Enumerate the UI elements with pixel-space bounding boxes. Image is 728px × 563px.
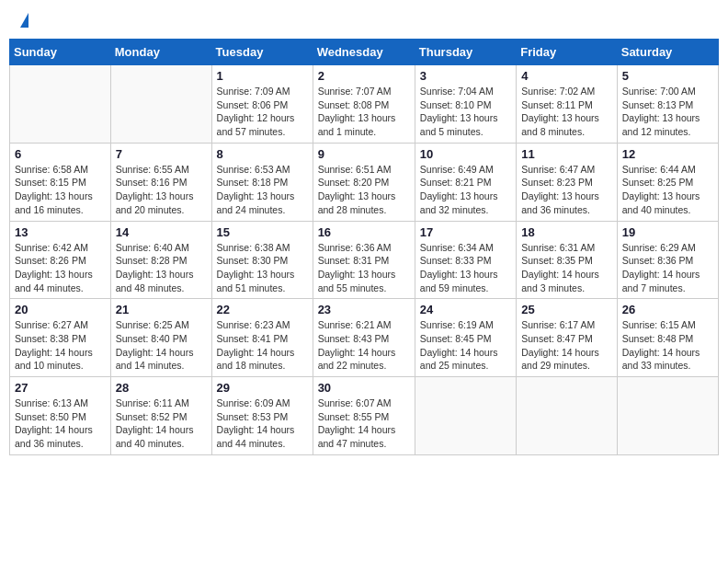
- day-number: 2: [318, 69, 410, 83]
- calendar-cell: 22Sunrise: 6:23 AMSunset: 8:41 PMDayligh…: [211, 299, 313, 377]
- day-number: 3: [420, 69, 511, 83]
- calendar-week-5: 27Sunrise: 6:13 AMSunset: 8:50 PMDayligh…: [10, 377, 719, 455]
- day-info: Sunrise: 6:07 AMSunset: 8:55 PMDaylight:…: [318, 396, 410, 451]
- day-number: 10: [420, 147, 511, 161]
- day-info: Sunrise: 6:11 AMSunset: 8:52 PMDaylight:…: [116, 396, 207, 451]
- calendar-cell: 24Sunrise: 6:19 AMSunset: 8:45 PMDayligh…: [415, 299, 516, 377]
- calendar-cell: [415, 377, 516, 455]
- day-number: 6: [15, 147, 106, 161]
- day-info: Sunrise: 7:02 AMSunset: 8:11 PMDaylight:…: [521, 85, 612, 139]
- day-number: 26: [622, 303, 713, 316]
- calendar-cell: 4Sunrise: 7:02 AMSunset: 8:11 PMDaylight…: [517, 65, 618, 144]
- day-info: Sunrise: 6:47 AMSunset: 8:23 PMDaylight:…: [521, 163, 612, 217]
- day-number: 19: [622, 225, 713, 239]
- calendar-week-1: 1Sunrise: 7:09 AMSunset: 8:06 PMDaylight…: [10, 65, 719, 144]
- calendar-cell: 14Sunrise: 6:40 AMSunset: 8:28 PMDayligh…: [110, 221, 211, 299]
- calendar-header-row: SundayMondayTuesdayWednesdayThursdayFrid…: [10, 40, 719, 65]
- day-number: 24: [420, 303, 511, 316]
- calendar-cell: 16Sunrise: 6:36 AMSunset: 8:31 PMDayligh…: [313, 221, 415, 299]
- day-number: 14: [116, 225, 207, 239]
- day-info: Sunrise: 6:13 AMSunset: 8:50 PMDaylight:…: [15, 396, 106, 451]
- day-number: 11: [521, 147, 612, 161]
- calendar-cell: 30Sunrise: 6:07 AMSunset: 8:55 PMDayligh…: [313, 377, 415, 455]
- page-header: [9, 9, 719, 31]
- calendar-cell: 18Sunrise: 6:31 AMSunset: 8:35 PMDayligh…: [517, 221, 618, 299]
- day-info: Sunrise: 6:34 AMSunset: 8:33 PMDaylight:…: [420, 241, 511, 295]
- calendar-cell: 19Sunrise: 6:29 AMSunset: 8:36 PMDayligh…: [617, 221, 718, 299]
- day-info: Sunrise: 6:38 AMSunset: 8:30 PMDaylight:…: [217, 241, 308, 295]
- day-number: 7: [116, 147, 207, 161]
- calendar-table: SundayMondayTuesdayWednesdayThursdayFrid…: [9, 39, 719, 455]
- day-info: Sunrise: 6:42 AMSunset: 8:26 PMDaylight:…: [15, 241, 106, 295]
- day-number: 4: [521, 69, 612, 83]
- day-info: Sunrise: 6:58 AMSunset: 8:15 PMDaylight:…: [15, 163, 106, 217]
- calendar-cell: 1Sunrise: 7:09 AMSunset: 8:06 PMDaylight…: [211, 65, 313, 144]
- calendar-cell: 2Sunrise: 7:07 AMSunset: 8:08 PMDaylight…: [313, 65, 415, 144]
- calendar-cell: 17Sunrise: 6:34 AMSunset: 8:33 PMDayligh…: [415, 221, 516, 299]
- calendar-cell: 5Sunrise: 7:00 AMSunset: 8:13 PMDaylight…: [617, 65, 718, 144]
- calendar-header-saturday: Saturday: [617, 40, 718, 65]
- day-number: 23: [318, 303, 410, 316]
- calendar-header-sunday: Sunday: [10, 40, 111, 65]
- day-info: Sunrise: 6:40 AMSunset: 8:28 PMDaylight:…: [116, 241, 207, 295]
- day-info: Sunrise: 7:00 AMSunset: 8:13 PMDaylight:…: [622, 85, 713, 139]
- day-number: 17: [420, 225, 511, 239]
- calendar-cell: 3Sunrise: 7:04 AMSunset: 8:10 PMDaylight…: [415, 65, 516, 144]
- calendar-cell: [617, 377, 718, 455]
- calendar-cell: 15Sunrise: 6:38 AMSunset: 8:30 PMDayligh…: [211, 221, 313, 299]
- day-number: 9: [318, 147, 410, 161]
- day-info: Sunrise: 6:29 AMSunset: 8:36 PMDaylight:…: [622, 241, 713, 295]
- calendar-cell: [517, 377, 618, 455]
- calendar-cell: 11Sunrise: 6:47 AMSunset: 8:23 PMDayligh…: [517, 143, 618, 221]
- calendar-cell: 26Sunrise: 6:15 AMSunset: 8:48 PMDayligh…: [617, 299, 718, 377]
- calendar-header-monday: Monday: [110, 40, 211, 65]
- day-info: Sunrise: 6:44 AMSunset: 8:25 PMDaylight:…: [622, 163, 713, 217]
- day-number: 28: [116, 381, 207, 395]
- day-info: Sunrise: 6:17 AMSunset: 8:47 PMDaylight:…: [521, 318, 612, 373]
- logo-triangle-icon: [20, 13, 28, 28]
- day-info: Sunrise: 6:51 AMSunset: 8:20 PMDaylight:…: [318, 163, 410, 217]
- day-number: 25: [521, 303, 612, 316]
- day-info: Sunrise: 6:25 AMSunset: 8:40 PMDaylight:…: [116, 318, 207, 373]
- day-info: Sunrise: 6:53 AMSunset: 8:18 PMDaylight:…: [217, 163, 308, 217]
- calendar-header-tuesday: Tuesday: [211, 40, 313, 65]
- day-number: 30: [318, 381, 410, 395]
- day-info: Sunrise: 6:23 AMSunset: 8:41 PMDaylight:…: [217, 318, 308, 373]
- day-info: Sunrise: 6:09 AMSunset: 8:53 PMDaylight:…: [217, 396, 308, 451]
- calendar-week-3: 13Sunrise: 6:42 AMSunset: 8:26 PMDayligh…: [10, 221, 719, 299]
- day-info: Sunrise: 6:36 AMSunset: 8:31 PMDaylight:…: [318, 241, 410, 295]
- day-number: 15: [217, 225, 308, 239]
- day-number: 18: [521, 225, 612, 239]
- calendar-cell: 13Sunrise: 6:42 AMSunset: 8:26 PMDayligh…: [10, 221, 111, 299]
- day-number: 27: [15, 381, 106, 395]
- calendar-header-friday: Friday: [517, 40, 618, 65]
- calendar-cell: 7Sunrise: 6:55 AMSunset: 8:16 PMDaylight…: [110, 143, 211, 221]
- calendar-cell: 12Sunrise: 6:44 AMSunset: 8:25 PMDayligh…: [617, 143, 718, 221]
- day-info: Sunrise: 7:09 AMSunset: 8:06 PMDaylight:…: [217, 85, 308, 139]
- calendar-cell: 9Sunrise: 6:51 AMSunset: 8:20 PMDaylight…: [313, 143, 415, 221]
- calendar-cell: 27Sunrise: 6:13 AMSunset: 8:50 PMDayligh…: [10, 377, 111, 455]
- calendar-cell: 6Sunrise: 6:58 AMSunset: 8:15 PMDaylight…: [10, 143, 111, 221]
- day-number: 5: [622, 69, 713, 83]
- day-info: Sunrise: 7:04 AMSunset: 8:10 PMDaylight:…: [420, 85, 511, 139]
- day-number: 12: [622, 147, 713, 161]
- day-info: Sunrise: 6:19 AMSunset: 8:45 PMDaylight:…: [420, 318, 511, 373]
- day-info: Sunrise: 6:15 AMSunset: 8:48 PMDaylight:…: [622, 318, 713, 373]
- day-number: 1: [217, 69, 308, 83]
- calendar-week-2: 6Sunrise: 6:58 AMSunset: 8:15 PMDaylight…: [10, 143, 719, 221]
- day-number: 21: [116, 303, 207, 316]
- calendar-cell: 25Sunrise: 6:17 AMSunset: 8:47 PMDayligh…: [517, 299, 618, 377]
- calendar-cell: 21Sunrise: 6:25 AMSunset: 8:40 PMDayligh…: [110, 299, 211, 377]
- calendar-cell: 28Sunrise: 6:11 AMSunset: 8:52 PMDayligh…: [110, 377, 211, 455]
- day-number: 8: [217, 147, 308, 161]
- day-number: 16: [318, 225, 410, 239]
- day-info: Sunrise: 6:55 AMSunset: 8:16 PMDaylight:…: [116, 163, 207, 217]
- day-number: 20: [15, 303, 106, 316]
- day-info: Sunrise: 6:49 AMSunset: 8:21 PMDaylight:…: [420, 163, 511, 217]
- day-number: 29: [217, 381, 308, 395]
- day-info: Sunrise: 6:31 AMSunset: 8:35 PMDaylight:…: [521, 241, 612, 295]
- calendar-cell: [10, 65, 111, 144]
- calendar-cell: [110, 65, 211, 144]
- calendar-cell: 8Sunrise: 6:53 AMSunset: 8:18 PMDaylight…: [211, 143, 313, 221]
- day-info: Sunrise: 6:27 AMSunset: 8:38 PMDaylight:…: [15, 318, 106, 373]
